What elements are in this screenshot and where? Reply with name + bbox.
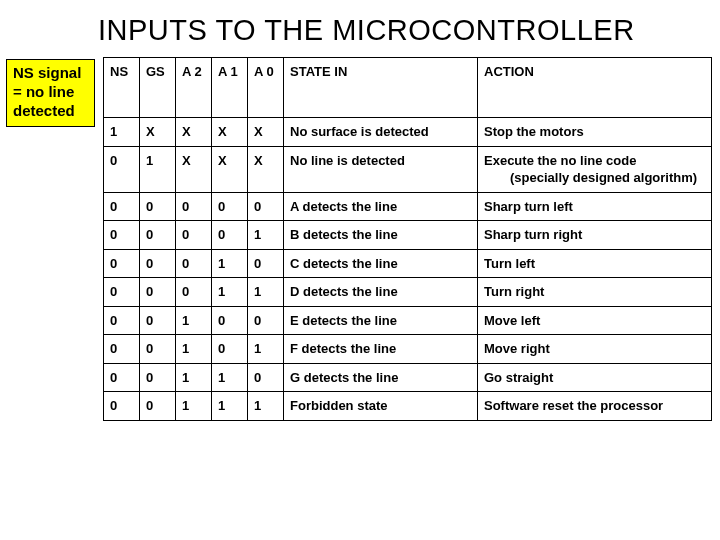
table-cell: No line is detected	[284, 146, 478, 192]
ns-signal-note: NS signal = no line detected	[6, 59, 95, 127]
table-cell: 1	[176, 335, 212, 364]
table-cell: 0	[248, 306, 284, 335]
table-row: 00101F detects the lineMove right	[104, 335, 712, 364]
col-header-gs: GS	[140, 58, 176, 118]
table-row: 00000A detects the lineSharp turn left	[104, 192, 712, 221]
page-title: INPUTS TO THE MICROCONTROLLER	[0, 0, 720, 57]
col-header-ns: NS	[104, 58, 140, 118]
table-row: 00011D detects the lineTurn right	[104, 278, 712, 307]
table-cell: E detects the line	[284, 306, 478, 335]
table-header-row: NS GS A 2 A 1 A 0 STATE IN ACTION	[104, 58, 712, 118]
col-header-a0: A 0	[248, 58, 284, 118]
table-cell: X	[140, 118, 176, 147]
table-cell: 0	[104, 146, 140, 192]
table-cell: B detects the line	[284, 221, 478, 250]
table-cell: Execute the no line code(specially desig…	[478, 146, 712, 192]
table-cell: Software reset the processor	[478, 392, 712, 421]
table-cell: 1	[212, 363, 248, 392]
table-cell: 0	[176, 278, 212, 307]
table-cell: 0	[140, 363, 176, 392]
table-cell: 0	[140, 335, 176, 364]
table-cell: C detects the line	[284, 249, 478, 278]
table-cell: 0	[140, 221, 176, 250]
table-cell: 0	[104, 335, 140, 364]
table-cell: 0	[212, 192, 248, 221]
table-cell: 0	[104, 221, 140, 250]
table-cell: 0	[212, 335, 248, 364]
table-cell: X	[248, 146, 284, 192]
table-cell: 0	[248, 249, 284, 278]
table-cell: Move right	[478, 335, 712, 364]
table-cell: 1	[176, 306, 212, 335]
table-cell: 0	[176, 221, 212, 250]
table-cell: Stop the motors	[478, 118, 712, 147]
inputs-table: NS GS A 2 A 1 A 0 STATE IN ACTION 1XXXXN…	[103, 57, 712, 421]
table-cell: X	[248, 118, 284, 147]
table-cell: 0	[104, 192, 140, 221]
table-cell: 0	[104, 278, 140, 307]
table-cell: 0	[248, 363, 284, 392]
table-row: 00001B detects the lineSharp turn right	[104, 221, 712, 250]
table-cell: D detects the line	[284, 278, 478, 307]
table-cell: F detects the line	[284, 335, 478, 364]
table-cell: 1	[248, 221, 284, 250]
table-cell: 0	[176, 192, 212, 221]
table-cell: 0	[104, 363, 140, 392]
table-cell: 1	[104, 118, 140, 147]
table-cell: G detects the line	[284, 363, 478, 392]
action-detail: (specially designed algorithm)	[484, 169, 705, 187]
table-cell: Turn left	[478, 249, 712, 278]
content-layout: NS signal = no line detected NS GS A 2 A…	[0, 57, 720, 421]
col-header-action: ACTION	[478, 58, 712, 118]
table-row: 00010C detects the lineTurn left	[104, 249, 712, 278]
table-cell: X	[212, 146, 248, 192]
col-header-a1: A 1	[212, 58, 248, 118]
table-cell: 1	[212, 278, 248, 307]
table-cell: 0	[140, 192, 176, 221]
table-cell: 0	[140, 392, 176, 421]
table-row: 01XXXNo line is detectedExecute the no l…	[104, 146, 712, 192]
col-header-state: STATE IN	[284, 58, 478, 118]
table-cell: 1	[212, 392, 248, 421]
table-cell: 0	[248, 192, 284, 221]
table-cell: Sharp turn right	[478, 221, 712, 250]
table-cell: A detects the line	[284, 192, 478, 221]
table-row: 00110G detects the lineGo straight	[104, 363, 712, 392]
table-cell: 1	[248, 392, 284, 421]
table-cell: Go straight	[478, 363, 712, 392]
table-row: 1XXXXNo surface is detectedStop the moto…	[104, 118, 712, 147]
table-cell: X	[212, 118, 248, 147]
table-cell: Move left	[478, 306, 712, 335]
table-cell: Forbidden state	[284, 392, 478, 421]
table-cell: 0	[104, 249, 140, 278]
table-row: 00100E detects the lineMove left	[104, 306, 712, 335]
table-cell: X	[176, 118, 212, 147]
table-row: 00111Forbidden stateSoftware reset the p…	[104, 392, 712, 421]
table-cell: 1	[176, 392, 212, 421]
table-cell: 1	[176, 363, 212, 392]
table-cell: 0	[140, 249, 176, 278]
table-cell: 0	[176, 249, 212, 278]
table-cell: 0	[140, 306, 176, 335]
col-header-a2: A 2	[176, 58, 212, 118]
table-cell: 0	[212, 306, 248, 335]
table-cell: 1	[212, 249, 248, 278]
table-cell: 0	[104, 306, 140, 335]
table-cell: 1	[248, 335, 284, 364]
table-cell: 0	[140, 278, 176, 307]
table-cell: 0	[212, 221, 248, 250]
table-cell: 0	[104, 392, 140, 421]
table-cell: 1	[140, 146, 176, 192]
table-cell: Sharp turn left	[478, 192, 712, 221]
table-cell: No surface is detected	[284, 118, 478, 147]
table-cell: X	[176, 146, 212, 192]
table-cell: Turn right	[478, 278, 712, 307]
table-cell: 1	[248, 278, 284, 307]
